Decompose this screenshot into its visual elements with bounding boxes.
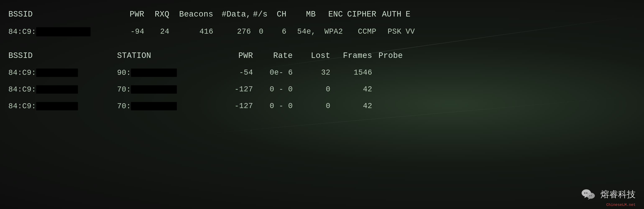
ap-beacons: 416 [174, 28, 220, 36]
svg-point-2 [586, 192, 587, 194]
st-bssid-redacted-0 [36, 68, 78, 77]
col-header-data: #Data, [220, 10, 253, 18]
st-station-prefix-1: 70: [117, 85, 131, 94]
st-frames-1: 42 [337, 86, 378, 93]
st-station-redacted-2 [131, 102, 177, 110]
col-header-ds: #/s [253, 10, 270, 18]
ap-mb: 54e, [291, 28, 320, 36]
station-table: BSSID STATION PWR Rate Lost Frames Probe… [8, 47, 636, 114]
st-rate-0: 0e- 6 [257, 69, 299, 76]
bssid-redacted [36, 27, 90, 36]
wechat-icon [580, 186, 597, 203]
ap-auth: PSK [380, 28, 406, 36]
bssid-prefix: 84:C9: [8, 28, 36, 36]
st-bssid-redacted-2 [36, 102, 78, 110]
col-header-mb: MB [291, 10, 320, 18]
col-header-pwr: PWR [117, 10, 148, 18]
ap-data: 276 [220, 28, 253, 36]
ap-ds: 0 [253, 28, 270, 36]
section-divider [8, 40, 636, 45]
svg-point-4 [589, 195, 590, 196]
col-header-e: E [406, 10, 418, 18]
st-station-redacted-0 [131, 68, 177, 77]
st-col-header-lost: Lost [299, 52, 337, 60]
col-header-auth: AUTH [380, 10, 406, 18]
station-table-header: BSSID STATION PWR Rate Lost Frames Probe [8, 47, 636, 64]
st-station-redacted-1 [131, 85, 177, 94]
st-bssid-0: 84:C9: [8, 68, 117, 77]
ap-enc: WPA2 [320, 28, 347, 36]
ap-table-header: BSSID PWR RXQ Beacons #Data, #/s CH MB E… [8, 6, 636, 23]
st-pwr-2: -127 [226, 102, 257, 110]
st-pwr-1: -127 [226, 86, 257, 93]
col-header-beacons: Beacons [174, 10, 220, 18]
watermark-brand-text: 熔睿科技 [600, 188, 636, 200]
ap-ch: 6 [270, 28, 291, 36]
col-header-enc: ENC [320, 10, 347, 18]
st-col-header-bssid: BSSID [8, 52, 117, 60]
st-lost-0: 32 [299, 69, 337, 76]
ap-table: BSSID PWR RXQ Beacons #Data, #/s CH MB E… [8, 6, 636, 40]
st-frames-0: 1546 [337, 69, 378, 76]
ap-bssid: 84:C9: [8, 27, 117, 36]
ap-rxq: 24 [148, 28, 174, 36]
small-watermark: ChineseLM.net [606, 203, 636, 207]
st-station-2: 70: [117, 102, 226, 110]
station-row-1: 84:C9: 70: -127 0 - 0 0 42 [8, 81, 636, 98]
station-row-2: 84:C9: 70: -127 0 - 0 0 42 [8, 98, 636, 114]
st-bssid-prefix-0: 84:C9: [8, 68, 36, 77]
st-bssid-2: 84:C9: [8, 102, 117, 110]
st-bssid-redacted-1 [36, 85, 78, 94]
st-rate-1: 0 - 0 [257, 86, 299, 93]
st-bssid-prefix-2: 84:C9: [8, 102, 36, 110]
col-header-bssid: BSSID [8, 10, 117, 18]
col-header-rxq: RXQ [148, 10, 174, 18]
ap-table-row: 84:C9: -94 24 416 276 0 6 54e, WPA2 CCMP… [8, 23, 636, 40]
watermark: 熔睿科技 [580, 186, 636, 203]
st-station-0: 90: [117, 68, 226, 77]
st-station-prefix-0: 90: [117, 68, 131, 77]
col-header-cipher: CIPHER [347, 10, 380, 18]
st-col-header-frames: Frames [337, 52, 378, 60]
st-station-1: 70: [117, 85, 226, 94]
ap-e: VV [406, 28, 418, 36]
svg-point-5 [591, 195, 592, 196]
st-col-header-station: STATION [117, 52, 226, 60]
st-bssid-1: 84:C9: [8, 85, 117, 94]
ap-cipher: CCMP [347, 28, 380, 36]
col-header-ch: CH [270, 10, 291, 18]
st-pwr-0: -54 [226, 69, 257, 76]
svg-point-1 [584, 192, 586, 194]
st-lost-1: 0 [299, 86, 337, 93]
st-rate-2: 0 - 0 [257, 102, 299, 110]
st-lost-2: 0 [299, 102, 337, 110]
st-col-header-pwr: PWR [226, 52, 257, 60]
st-frames-2: 42 [337, 102, 378, 110]
st-col-header-rate: Rate [257, 52, 299, 60]
main-content: BSSID PWR RXQ Beacons #Data, #/s CH MB E… [0, 0, 644, 120]
ap-pwr: -94 [117, 28, 148, 36]
st-bssid-prefix-1: 84:C9: [8, 85, 36, 94]
st-station-prefix-2: 70: [117, 102, 131, 110]
station-row-0: 84:C9: 90: -54 0e- 6 32 1546 [8, 64, 636, 81]
st-col-header-probe: Probe [378, 52, 420, 60]
